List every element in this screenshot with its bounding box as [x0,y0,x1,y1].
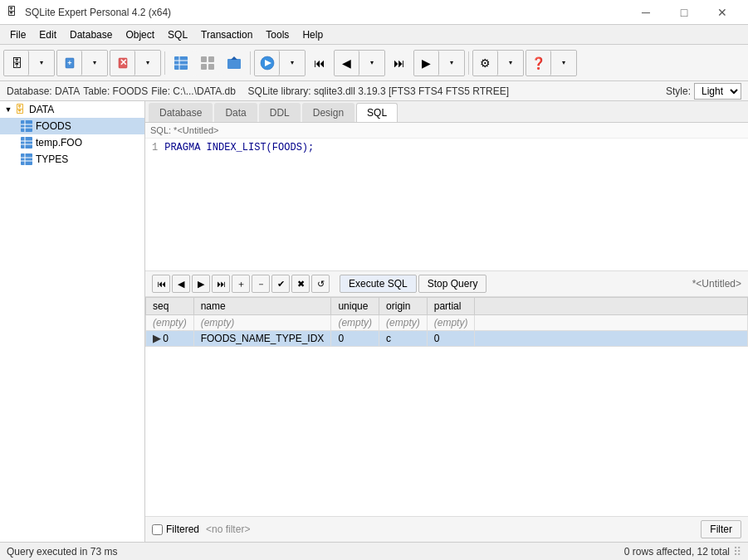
sql-prev-button[interactable]: ◀ [172,275,190,293]
menu-sql[interactable]: SQL [161,27,194,42]
db-open-dropdown[interactable]: ▾ [29,51,54,75]
export-button[interactable] [222,51,247,75]
row-indicator-cell: ▶ 0 [146,331,194,347]
settings-dropdown[interactable]: ▾ [498,51,523,75]
run-dropdown[interactable]: ▾ [280,51,305,75]
nav2-button-group: ▶ ▾ [413,50,465,76]
sql-check-button[interactable]: ✔ [271,275,290,293]
style-label: Style: [666,85,691,97]
tab-design[interactable]: Design [302,103,354,122]
svg-rect-9 [208,56,214,62]
run-sql-button[interactable] [255,51,280,75]
close-button[interactable]: ✕ [703,0,741,25]
menu-tools[interactable]: Tools [259,27,296,42]
grid-view-button[interactable] [195,51,220,75]
info-sqlite: SQLite library: sqlite3.dll 3.19.3 [FTS3… [248,85,510,97]
window-controls: ─ □ ✕ [627,0,741,25]
sql-add-row-button[interactable]: ＋ [232,275,250,293]
tab-ddl[interactable]: DDL [259,103,301,122]
svg-rect-4 [174,56,188,70]
delete-dropdown[interactable]: ▾ [135,51,160,75]
sql-editor[interactable]: 1PRAGMA INDEX_LIST(FOODS); [145,139,748,271]
info-file: File: C:\...\DATA.db [151,85,236,97]
sql-refresh-button[interactable]: ↺ [311,275,330,293]
app-icon: 🗄 [7,6,20,19]
help-button[interactable]: ❓ [526,51,551,75]
menu-bar: File Edit Database Object SQL Transactio… [0,25,748,45]
sidebar-item-data-db[interactable]: ▼ 🗄 DATA [0,101,144,118]
settings-button[interactable]: ⚙ [473,51,498,75]
sql-last-button[interactable]: ⏭ [212,275,230,293]
toolbar: 🗄 ▾ + ▾ ✕ ▾ ▾ ⏮ ◀ ▾ ⏭ ▶ ▾ [0,45,748,81]
status-left: Query executed in 73 ms [7,546,117,558]
nav-prev-button[interactable]: ◀ [335,51,359,75]
menu-object[interactable]: Object [119,27,161,42]
svg-rect-11 [208,64,214,70]
help-dropdown[interactable]: ▾ [551,51,576,75]
delete-button[interactable]: ✕ [110,51,135,75]
sep2 [250,51,251,75]
sidebar: ▼ 🗄 DATA FOODS temp.FOO TYPES [0,101,145,542]
col-header-seq: seq [146,298,194,315]
add-dropdown[interactable]: ▾ [82,51,107,75]
stop-query-button[interactable]: Stop Query [418,275,487,293]
tree-toggle-data[interactable]: ▼ [3,105,13,114]
cell-unique: 0 [331,331,379,347]
menu-edit[interactable]: Edit [32,27,63,42]
add-button[interactable]: + [57,51,82,75]
info-table: Table: FOODS [83,85,148,97]
col-header-partial: partial [427,298,475,315]
step-first-button[interactable]: ⏮ [307,51,332,75]
sql-play-button[interactable]: ▶ [192,275,210,293]
db-open-button[interactable]: 🗄 [4,51,29,75]
nav-next-button[interactable]: ▶ [414,51,439,75]
filter-button[interactable]: Filter [701,520,741,538]
col-header-name: name [193,298,331,315]
menu-help[interactable]: Help [296,27,330,42]
db-icon: 🗄 [13,103,27,116]
table-icon-foods [20,119,33,133]
status-right: 0 rows affected, 12 total ⠿ [624,545,741,558]
menu-file[interactable]: File [3,27,32,42]
status-rows: 0 rows affected, 12 total [624,546,730,558]
db-button-group: 🗄 ▾ [3,50,55,76]
nav-next-dropdown[interactable]: ▾ [439,51,464,75]
filtered-checkbox-label: Filtered [152,523,199,535]
svg-rect-24 [21,153,32,165]
sidebar-item-foods[interactable]: FOODS [0,118,144,134]
empty-unique: (empty) [331,315,379,331]
sidebar-label-data: DATA [29,104,54,115]
table-view-button[interactable] [169,51,193,75]
execute-sql-button[interactable]: Execute SQL [340,275,417,293]
empty-name: (empty) [193,315,331,331]
svg-marker-13 [231,56,237,60]
cell-origin: c [379,331,428,347]
filter-text: <no filter> [206,523,694,535]
sql-editor-container: SQL: *<Untitled> 1PRAGMA INDEX_LIST(FOOD… [145,123,748,542]
maximize-button[interactable]: □ [665,0,703,25]
tab-database[interactable]: Database [149,103,213,122]
minimize-button[interactable]: ─ [627,0,665,25]
delete-button-group: ✕ ▾ [110,50,161,76]
empty-extra [475,315,748,331]
nav-prev-dropdown[interactable]: ▾ [359,51,384,75]
style-dropdown[interactable]: Light Dark Blue [694,83,741,100]
step-last-button[interactable]: ⏭ [387,51,412,75]
filtered-label: Filtered [166,523,199,535]
results-container[interactable]: seq name unique origin partial (empty) (… [145,297,748,516]
sql-delete-row-button[interactable]: － [252,275,270,293]
menu-database[interactable]: Database [63,27,119,42]
sql-cancel-button[interactable]: ✖ [291,275,310,293]
tab-data[interactable]: Data [214,103,257,122]
filtered-checkbox[interactable] [152,524,163,535]
table-row[interactable]: ▶ 0 FOODS_NAME_TYPE_IDX 0 c 0 [146,331,748,347]
tab-sql[interactable]: SQL [356,103,398,122]
menu-transaction[interactable]: Transaction [194,27,259,42]
svg-text:✕: ✕ [119,57,126,67]
sql-first-button[interactable]: ⏮ [152,275,170,293]
sidebar-item-types[interactable]: TYPES [0,151,144,168]
add-button-group: + ▾ [56,50,108,76]
empty-partial: (empty) [427,315,475,331]
title-bar: 🗄 SQLite Expert Personal 4.2 (x64) ─ □ ✕ [0,0,748,25]
sidebar-item-temp-foo[interactable]: temp.FOO [0,134,144,151]
